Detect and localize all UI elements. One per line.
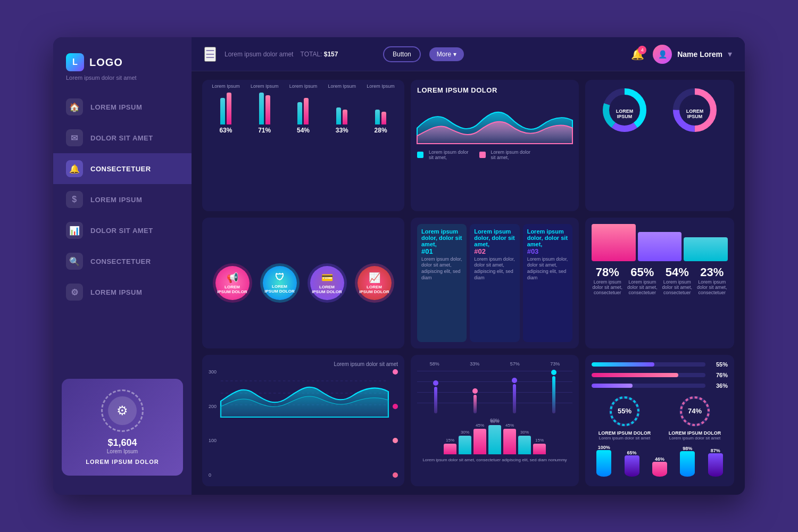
donut1-svg: LOREM IPSUM [601, 86, 649, 134]
bar2-item-2: 30% [459, 430, 471, 454]
bullet-val-4: 73% [550, 361, 560, 367]
bar2-item-1: 15% [444, 438, 456, 454]
bar2-item-6: 30% [518, 430, 531, 454]
donut2: LOREM IPSUM [662, 86, 728, 205]
sidebar-item-lorem-ipsum-3[interactable]: ⚙ LOREM IPSUM [53, 277, 192, 307]
widget-label: Lorem Ipsum [72, 448, 172, 454]
legend2: Lorem ipsum dolorsit amet, [491, 149, 531, 160]
bar2-item-3: 45% [473, 423, 486, 454]
chart-icon: 📊 [66, 222, 83, 239]
area-chart-panel: Lorem ipsum dolor sit amet 300 200 100 0 [202, 355, 404, 486]
bot-mid-panel: 58% 33% 57% 73% [411, 355, 579, 486]
section-title: LOREM IPSUM DOLOR [417, 86, 572, 94]
sidebar-item-consectetuer[interactable]: 🔔 CONSECTETUER [53, 153, 192, 184]
top-mid-panel: LOREM IPSUM DOLOR [411, 80, 579, 211]
sidebar-item-dolor-sit-amet[interactable]: ✉ DOLOR SIT AMET [53, 122, 192, 153]
donut2-svg: LOREM IPSUM [671, 86, 719, 134]
lollipop-2 [472, 388, 478, 413]
num-card-1: Lorem ipsum dolor, dolor sit amet, #01 L… [417, 224, 467, 343]
bar2-item-7: 15% [533, 438, 546, 454]
sidebar-widget: ⚙ $1,604 Lorem Ipsum LOREM IPSUM DOLOR [62, 379, 183, 476]
big-pct-2: 65% [627, 265, 659, 279]
svg-text:74%: 74% [688, 407, 702, 415]
progress-row-3: 36% [592, 383, 728, 389]
bar2-footer: Lorem ipsum dolor sit amet, consectetuer… [417, 458, 572, 462]
numbered-cards-panel: Lorem ipsum dolor, dolor sit amet, #01 L… [411, 218, 579, 349]
header-text: Lorem ipsum dolor amet TOTAL: $157 [225, 51, 375, 58]
cyl-4: 98% [680, 446, 695, 477]
bar-chart-item-5: Lorem Ipsum 28% [367, 84, 395, 134]
circle-icon-1: 📢 LOREMIPSUM DOLOR [215, 266, 250, 300]
sidebar-item-consectetuer-2[interactable]: 🔍 CONSECTETUER [53, 246, 192, 277]
sidebar-item-label: DOLOR SIT AMET [90, 134, 153, 142]
sidebar-item-label: LOREM IPSUM [90, 196, 142, 204]
logo-icon: L [66, 53, 84, 71]
hamburger-button[interactable]: ☰ [204, 47, 216, 62]
svg-text:LOREM: LOREM [686, 109, 704, 114]
sidebar-item-label: DOLOR SIT AMET [90, 227, 153, 235]
num-card-2: Lorem ipsum dolor, dolor sit amet, #02 L… [470, 224, 519, 343]
svg-text:LOREM: LOREM [616, 109, 634, 114]
bell-icon: 🔔 [66, 160, 83, 177]
bar2-item-4: 60% [488, 419, 501, 454]
content-grid: Lorem Ipsum 63% Lorem Ipsum [192, 71, 745, 495]
cyl-5: 87% [708, 448, 723, 477]
bullet-val-3: 57% [510, 361, 520, 367]
user-menu[interactable]: 👤 Name Lorem ▾ [653, 45, 732, 64]
bar-charts-panel: Lorem Ipsum 63% Lorem Ipsum [202, 80, 404, 211]
bar-chart-item-1: Lorem Ipsum 63% [212, 84, 240, 134]
search-icon: 🔍 [66, 253, 83, 270]
bullet-val-1: 58% [430, 361, 439, 367]
radial1: 55% LOREM IPSUM DOLOR Lorem ipsum dolor … [592, 394, 658, 440]
sidebar: L LOGO Lorem ipsum dolor sit amet 🏠 LORE… [53, 37, 192, 495]
chevron-down-icon: ▾ [453, 51, 456, 58]
cyl-2: 65% [625, 450, 639, 477]
dollar-icon: $ [66, 191, 83, 208]
sidebar-item-dolor-sit-amet-2[interactable]: 📊 DOLOR SIT AMET [53, 215, 192, 246]
bar2-item-5: 45% [503, 423, 516, 454]
radial2: 74% LOREM IPSUM DOLOR Lorem ipsum dolor … [662, 394, 728, 440]
legend1: Lorem ipsum dolorsit amet, [429, 149, 469, 160]
sidebar-item-label: CONSECTETUER [90, 165, 151, 173]
header-button[interactable]: Button [383, 46, 421, 62]
home-icon: 🏠 [66, 98, 83, 115]
big-pct-panel: 78% Lorem ipsum dolor sit amet, consecte… [585, 218, 734, 349]
widget-gear-icon: ⚙ [101, 389, 144, 432]
notification-bell-button[interactable]: 🔔 4 [631, 48, 644, 61]
svg-text:IPSUM: IPSUM [687, 114, 703, 119]
bar-chart-item-2: Lorem Ipsum 71% [251, 84, 279, 134]
sidebar-item-label: LOREM IPSUM [90, 288, 142, 296]
gear-icon: ⚙ [66, 284, 83, 301]
num-card-3: Lorem ipsum dolor, dolor sit amet, #03 L… [523, 224, 572, 343]
donut-charts-panel: LOREM IPSUM LOREM IPSUM [585, 80, 734, 211]
logo-area: L LOGO Lorem ipsum dolor sit amet [53, 48, 192, 92]
bar-chart-item-4: Lorem Ipsum 33% [328, 84, 356, 134]
circle-icon-2: 🛡 LOREMIPSUM DOLOR [263, 266, 297, 300]
lollipop-1 [433, 380, 438, 413]
right-bot-panel: 55% 76% 36% [585, 355, 734, 486]
progress-row-1: 55% [592, 361, 728, 368]
area-chart-svg [417, 102, 572, 144]
big-pct-3: 54% [661, 265, 693, 279]
circle-icon-4: 📈 LOREMIPSUM DOLOR [358, 266, 392, 300]
logo-text: LOGO [89, 56, 123, 69]
main-content: ☰ Lorem ipsum dolor amet TOTAL: $157 But… [192, 37, 745, 495]
progress-row-2: 76% [592, 372, 728, 378]
sidebar-item-lorem-ipsum-2[interactable]: $ LOREM IPSUM [53, 184, 192, 215]
widget-title: LOREM IPSUM DOLOR [72, 459, 172, 465]
notification-badge: 4 [638, 46, 646, 54]
bar-chart-item-3: Lorem Ipsum 54% [289, 84, 318, 134]
sidebar-item-label: LOREM IPSUM [90, 103, 142, 111]
bullet-val-2: 33% [470, 361, 479, 367]
wave-chart-svg [221, 369, 388, 417]
avatar: 👤 [653, 45, 672, 64]
more-button[interactable]: More ▾ [429, 47, 464, 61]
widget-amount: $1,604 [72, 437, 172, 448]
circle-icon-3: 💳 LOREMIPSUM DOLOR [310, 266, 344, 300]
sidebar-item-label: CONSECTETUER [90, 257, 151, 265]
lollipop-4 [551, 370, 556, 413]
svg-text:IPSUM: IPSUM [617, 114, 633, 119]
circle-icons-panel: 📢 LOREMIPSUM DOLOR 🛡 LOREMIPSUM DOLOR 💳 … [202, 218, 404, 349]
radial1-svg: 55% [608, 394, 642, 428]
sidebar-item-lorem-ipsum-1[interactable]: 🏠 LOREM IPSUM [53, 92, 192, 122]
